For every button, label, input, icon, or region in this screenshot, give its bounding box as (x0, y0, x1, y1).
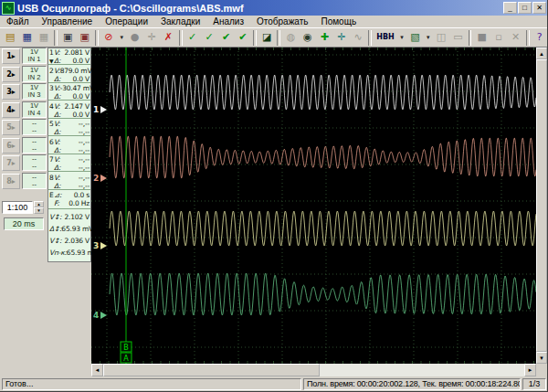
compare-signals-button: ∿ (350, 29, 366, 47)
toolbar-separator (469, 30, 472, 46)
analysis-apply-button: ▭ (449, 29, 466, 47)
window-doc-close-button: ✕ (507, 29, 523, 47)
channel-5-range-input[interactable]: ---- (22, 119, 47, 135)
mode-nvn-dropdown[interactable]: ▾ (397, 29, 406, 47)
channel-1-measurements: 1V:2.081 V▼Δ:0.0 V (48, 48, 90, 65)
minimize-button[interactable]: _ (503, 2, 517, 14)
menu-operations[interactable]: Операции (99, 16, 154, 26)
sync-ratio-input[interactable]: 1:100 (2, 201, 33, 214)
scroll-right-button[interactable]: ► (524, 364, 536, 376)
accept-signal-button[interactable]: ✓ (184, 29, 201, 47)
menu-bookmarks[interactable]: Закладки (154, 16, 206, 26)
channel-3-range-input[interactable]: 1VIN 3 (22, 83, 47, 100)
scope-background (91, 48, 536, 364)
channel-2-button[interactable]: 2▸ (2, 67, 20, 82)
channel-6-range-input[interactable]: ---- (22, 137, 47, 154)
channel-4-measurements: 4V:2.147 VΔ:0.0 V (48, 101, 90, 119)
channel-7-range-input[interactable]: ---- (22, 154, 47, 171)
channel-1-button[interactable]: 1▸ (2, 48, 20, 64)
window-doc-restore-button: ▫ (490, 29, 507, 47)
erase-record-button[interactable]: ✗ (160, 29, 176, 47)
open-file-button[interactable]: ▤ (2, 29, 18, 47)
sweep-time-button[interactable]: 20 ms (4, 217, 44, 230)
channel-panel: 1▸1VIN 11V:2.081 V▼Δ:0.0 V2▸1VIN 22V:879… (0, 48, 91, 376)
ratio-up-button[interactable]: ▴ (34, 201, 44, 207)
toolbar-separator (277, 30, 280, 46)
accept-all-button[interactable]: ✔ (217, 29, 234, 47)
panel-toggle-button[interactable]: ■ (473, 29, 490, 47)
vertical-scrollbar[interactable]: ▲ ▼ (536, 48, 547, 364)
scroll-up-button[interactable]: ▲ (536, 48, 547, 59)
scroll-down-button[interactable]: ▼ (536, 352, 547, 364)
v-delta-label: Δ↕: (49, 225, 61, 233)
channel-6-button[interactable]: 6▸ (2, 138, 20, 154)
toolbar-separator (253, 30, 257, 46)
status-times: Полн. время: 00:00:20:002.128, Тек. врем… (303, 378, 521, 390)
channel-5-measurements: 5V:--,--Δ:--,-- (48, 119, 90, 136)
channel-5-button[interactable]: 5▸ (2, 120, 20, 135)
app-icon: ∿ (2, 2, 15, 15)
horizontal-scroll-thumb[interactable] (103, 364, 320, 376)
accept-wave-button[interactable]: ✔ (235, 29, 251, 47)
toolbar-separator (368, 30, 372, 46)
channel-3-button[interactable]: 3▸ (2, 84, 20, 100)
channel-7-button[interactable]: 7▸ (2, 155, 20, 171)
stop-record-dropdown[interactable]: ▾ (117, 29, 126, 47)
sync-ratio-spinner: ▴ ▾ (34, 201, 44, 214)
channel-1-range-input[interactable]: 1VIN 1 (22, 48, 47, 64)
menu-file[interactable]: Файл (0, 16, 36, 26)
channel-2-range-input[interactable]: 1VIN 2 (22, 66, 47, 82)
help-button[interactable]: ? (532, 29, 548, 47)
menu-view[interactable]: Отображать (250, 16, 314, 26)
channel-8-measurements: 8V:--,--Δ:--,-- (48, 173, 90, 190)
close-button[interactable]: ✕ (532, 2, 546, 14)
menu-analysis[interactable]: Анализ (206, 16, 250, 26)
marker-tool-button: ✛ (143, 29, 160, 47)
vertical-scroll-thumb[interactable] (536, 59, 547, 352)
scrollbar-corner (536, 364, 547, 376)
mode-nvn-button[interactable]: НВН (374, 29, 397, 47)
measure-cursors-button[interactable]: ✛ (333, 29, 350, 47)
record-button[interactable]: ● (126, 29, 142, 47)
channel-8-range-input[interactable]: ---- (22, 173, 47, 189)
horizontal-scrollbar[interactable]: ◄ ► (91, 364, 536, 376)
delta-t-label: ⊿: (54, 191, 61, 199)
channel-3-zero-label: 3 (93, 241, 99, 250)
export-file-button: ▦ (36, 29, 52, 47)
accept-next-button[interactable]: ✓ (201, 29, 217, 47)
scope-canvas[interactable]: 1234ВА (91, 48, 536, 364)
cursor-marker-label: В (123, 344, 129, 352)
scroll-left-button[interactable]: ◄ (91, 364, 103, 376)
channel-4-button[interactable]: 4▸ (2, 102, 20, 118)
restore-button[interactable]: □ (518, 2, 532, 14)
ratio-down-button[interactable]: ▾ (34, 207, 44, 214)
channel-2-measurements: 2V:879.0 mVΔ:0.0 V (48, 66, 90, 83)
channel-2-zero-label: 2 (93, 174, 99, 183)
load-analysis-script-dropdown[interactable]: ▾ (424, 29, 433, 47)
stop-record-button[interactable]: ⊘ (100, 29, 117, 47)
search-fragment-button[interactable]: ◉ (300, 29, 316, 47)
v-marker1-value: 2.102 V (64, 213, 90, 221)
save-file-button[interactable]: ▦ (18, 29, 35, 47)
cursor-marker-label: А (123, 355, 129, 363)
channel-8-button[interactable]: 8▸ (2, 174, 20, 189)
status-bar: Готов... Полн. время: 00:00:20:002.128, … (0, 376, 548, 392)
title-bar: ∿ USB Осциллограф - C:\Oscillograms\ABS.… (0, 0, 548, 16)
print-report-button[interactable]: ▣ (77, 29, 93, 47)
freq-value: 0.0 Hz (68, 199, 90, 207)
oscilloscope-display[interactable]: 1234ВА (91, 48, 536, 364)
channel-4-range-input[interactable]: 1VIN 4 (22, 101, 47, 118)
channel-7-measurements: 7V:--,--Δ:--,-- (48, 154, 90, 172)
print-button[interactable]: ▣ (59, 29, 76, 47)
v-marker2-label: V↕: (49, 237, 61, 245)
channel-4-zero-label: 4 (93, 311, 99, 320)
invert-display-button[interactable]: ◪ (258, 29, 275, 47)
menu-control[interactable]: Управление (36, 16, 100, 26)
expand-amplitude-button[interactable]: ✚ (316, 29, 332, 47)
channel-6-measurements: 6V:--,--Δ:--,-- (48, 137, 90, 154)
cursor-voltage-block: V↕: 2.102 V Δ↕: 65.93 mV V↕: 2.036 V Vп-… (48, 210, 90, 261)
load-analysis-script-button[interactable]: ▧ (406, 29, 423, 47)
menu-help[interactable]: Помощь (315, 16, 364, 26)
v-marker2-value: 2.036 V (64, 237, 90, 245)
window-title: USB Осциллограф - C:\Oscillograms\ABS.mw… (17, 3, 503, 14)
